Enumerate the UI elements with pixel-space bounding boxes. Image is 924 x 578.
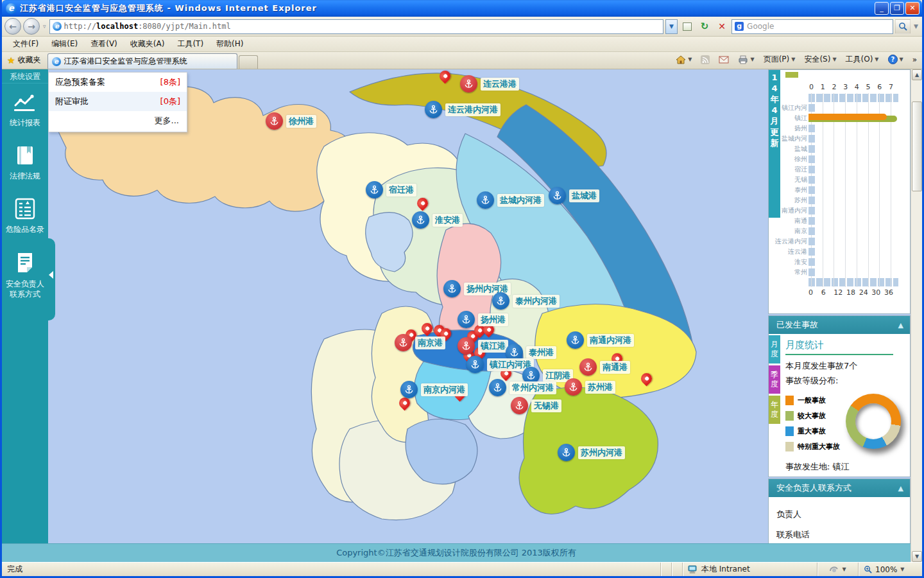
period-tab-2[interactable]: 年度 xyxy=(769,396,780,424)
mail-icon xyxy=(719,56,729,64)
quick-task-count: [8条] xyxy=(160,76,180,88)
port-marker[interactable]: 淮安港 xyxy=(412,211,463,229)
port-marker[interactable]: 南通内河港 xyxy=(567,331,634,349)
menu-item-1[interactable]: 编辑(E) xyxy=(46,37,83,51)
sidebar-item-0[interactable]: 统计报表 xyxy=(2,83,48,136)
port-label: 连云港港 xyxy=(481,78,519,91)
minimize-button[interactable]: _ xyxy=(875,2,889,15)
search-button[interactable] xyxy=(895,19,911,34)
address-dropdown[interactable]: ▼ xyxy=(665,19,678,34)
command-menu-1[interactable]: 安全(S)▼ xyxy=(800,51,840,67)
chart-zero-stub xyxy=(809,238,815,245)
vertical-scrollbar[interactable]: ▲ ▼ xyxy=(911,69,922,562)
forward-button[interactable]: → xyxy=(23,18,40,35)
help-button[interactable]: ?▼ xyxy=(884,52,907,67)
port-marker[interactable]: 连云港港 xyxy=(460,75,519,92)
scroll-up-arrow[interactable]: ▲ xyxy=(912,69,922,80)
scroll-down-arrow[interactable]: ▼ xyxy=(912,551,922,562)
port-marker[interactable]: 常州内河港 xyxy=(489,379,556,396)
chart-legend-cut xyxy=(785,72,798,78)
collapse-icon[interactable]: ▲ xyxy=(898,484,903,493)
menu-item-3[interactable]: 收藏夹(A) xyxy=(124,37,171,51)
incident-donut-chart xyxy=(844,391,903,453)
browser-tab[interactable]: e 江苏省港口安全监管与应急管理系统 xyxy=(47,53,237,69)
back-button[interactable]: ← xyxy=(4,18,21,35)
more-link[interactable]: 更多... xyxy=(49,111,187,132)
quick-task-row-1[interactable]: 附证审批[0条] xyxy=(49,92,187,111)
collapse-arrow-icon[interactable] xyxy=(49,271,53,279)
search-options-chevron[interactable]: ▼ xyxy=(912,23,920,30)
print-button[interactable]: ▼ xyxy=(734,53,758,67)
feed-icon xyxy=(701,55,710,64)
menu-item-4[interactable]: 工具(T) xyxy=(171,37,209,51)
menu-item-5[interactable]: 帮助(H) xyxy=(210,37,249,51)
refresh-button[interactable]: ↻ xyxy=(697,19,712,34)
port-marker[interactable]: 盐城港 xyxy=(549,187,599,204)
menu-item-0[interactable]: 文件(F) xyxy=(7,37,44,51)
close-button[interactable]: ✕ xyxy=(905,2,920,15)
compatibility-view-button[interactable] xyxy=(680,19,695,34)
axis-tick-label: 6 xyxy=(821,288,826,297)
url-text[interactable]: http://localhost:8080/yjpt/Main.html xyxy=(64,22,231,31)
address-bar[interactable]: e http://localhost:8080/yjpt/Main.html xyxy=(49,19,664,34)
anchor-icon xyxy=(558,444,575,461)
zoom-control[interactable]: 100% ▼ xyxy=(858,563,913,576)
contact-panel-header[interactable]: 安全负责人联系方式 ▲ xyxy=(769,479,910,497)
sidebar-item-2[interactable]: 危险品名录 xyxy=(2,189,48,242)
sidebar-item-3[interactable]: 安全负责人联系方式 xyxy=(2,242,48,307)
command-menu-0[interactable]: 页面(P)▼ xyxy=(760,51,800,67)
legend-item-1: 较大事故 xyxy=(785,411,844,421)
resize-grip[interactable] xyxy=(913,563,922,576)
port-marker[interactable]: 南京内河港 xyxy=(400,381,468,398)
incidents-panel-header[interactable]: 已发生事故 ▲ xyxy=(769,316,910,334)
port-marker[interactable]: 镇江港 xyxy=(458,337,508,355)
port-label: 苏州内河港 xyxy=(578,446,625,459)
sidebar-item-label: 法律法规 xyxy=(3,171,47,181)
anchor-icon xyxy=(400,381,418,398)
port-marker[interactable]: 盐城内河港 xyxy=(477,191,544,209)
port-marker[interactable]: 徐州港 xyxy=(266,112,316,130)
chart-zero-stub xyxy=(809,166,815,173)
port-marker[interactable]: 南京港 xyxy=(395,334,445,351)
mail-button[interactable] xyxy=(715,53,733,66)
contact-icon xyxy=(3,251,47,274)
sidebar-item-system-settings[interactable]: 系统设置 xyxy=(2,69,48,83)
command-menu-2[interactable]: 工具(O)▼ xyxy=(842,51,883,67)
overflow-button[interactable]: » xyxy=(909,53,921,67)
port-marker[interactable]: 无锡港 xyxy=(511,397,561,414)
print-icon xyxy=(738,55,748,64)
anchor-icon xyxy=(511,397,528,414)
port-marker[interactable]: 南通港 xyxy=(579,358,630,376)
phishing-filter-icon xyxy=(829,565,839,574)
period-tab-1[interactable]: 季度 xyxy=(769,365,780,394)
collapse-icon[interactable]: ▲ xyxy=(898,321,903,329)
new-tab-button[interactable] xyxy=(239,55,258,69)
port-marker[interactable]: 苏州内河港 xyxy=(558,444,625,461)
restore-button[interactable]: ❐ xyxy=(890,2,904,15)
chart-category-label: 连云港内河 xyxy=(768,236,807,247)
scroll-thumb[interactable] xyxy=(912,101,922,191)
sidebar-item-1[interactable]: 法律法规 xyxy=(2,136,48,189)
search-box[interactable]: g Google xyxy=(732,19,893,34)
port-marker[interactable]: 泰州内河港 xyxy=(492,292,560,310)
recent-pages-chevron[interactable]: ▿ xyxy=(42,23,47,30)
tab-favicon: e xyxy=(52,57,61,66)
search-placeholder[interactable]: Google xyxy=(747,22,890,31)
home-button[interactable]: ▼ xyxy=(672,53,696,67)
strip-char: 1 xyxy=(769,72,780,83)
favorites-button[interactable]: ★ 收藏夹 xyxy=(3,52,47,69)
anchor-icon xyxy=(395,334,412,351)
legend-item-2: 重大事故 xyxy=(785,426,844,436)
port-marker[interactable]: 扬州港 xyxy=(458,311,508,328)
port-marker[interactable]: 连云港内河港 xyxy=(425,101,501,118)
feed-button[interactable] xyxy=(697,53,714,67)
port-marker[interactable]: 苏州港 xyxy=(565,378,615,396)
menu-item-2[interactable]: 查看(V) xyxy=(85,37,123,51)
port-marker[interactable]: 宿迁港 xyxy=(366,181,416,198)
period-tab-0[interactable]: 月度 xyxy=(769,335,780,363)
stop-button[interactable]: ✕ xyxy=(714,19,730,34)
protected-mode-button[interactable]: ▼ xyxy=(817,563,858,576)
axis-tick-label: 2 xyxy=(832,83,836,91)
chart-top-axis: 01234567 xyxy=(809,83,902,93)
quick-task-row-0[interactable]: 应急预案备案[8条] xyxy=(49,73,187,92)
